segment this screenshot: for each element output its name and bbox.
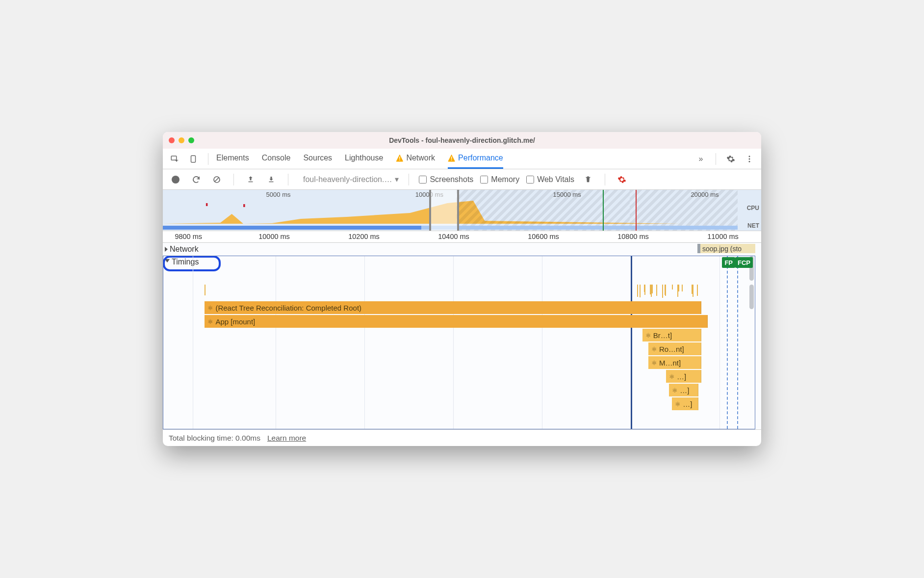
scrollbar[interactable]: [749, 285, 754, 309]
tab-label: Lighthouse: [345, 154, 383, 162]
trash-icon[interactable]: [581, 173, 595, 186]
react-icon: ⚛: [672, 387, 678, 394]
tabs-bar: ElementsConsoleSourcesLighthouseNetworkP…: [163, 149, 761, 169]
devtools-window: DevTools - foul-heavenly-direction.glitc…: [163, 132, 761, 446]
capture-settings-icon[interactable]: [615, 173, 629, 186]
inspect-icon[interactable]: [168, 152, 181, 166]
overview-selection[interactable]: [429, 190, 459, 231]
tab-label: Elements: [216, 154, 249, 162]
chevron-down-icon: ▾: [395, 175, 399, 184]
flame-entry[interactable]: ⚛…]: [669, 384, 698, 396]
react-icon: ⚛: [207, 318, 213, 325]
react-icon: ⚛: [645, 332, 651, 339]
react-icon: ⚛: [675, 400, 681, 408]
divider: [208, 153, 208, 165]
fp-badge[interactable]: FP: [722, 257, 735, 268]
selection-marker[interactable]: [631, 256, 632, 429]
screenshots-checkbox[interactable]: Screenshots: [419, 175, 473, 184]
flame-chart-area[interactable]: Network soop.jpg (sto Timings ⚛(React Tr…: [163, 243, 761, 429]
flame-entry[interactable]: ⚛Br…t]: [642, 329, 702, 342]
ruler-tick: 10400 ms: [438, 233, 469, 240]
flame-entry[interactable]: ⚛App [mount]: [205, 315, 707, 328]
time-ruler[interactable]: 9800 ms10000 ms10200 ms10400 ms10600 ms1…: [163, 231, 761, 243]
flame-entry[interactable]: ⚛(React Tree Reconciliation: Completed R…: [205, 301, 701, 314]
tab-label: Console: [262, 154, 291, 162]
panel-tabs: ElementsConsoleSourcesLighthouseNetworkP…: [216, 149, 689, 169]
tab-elements[interactable]: Elements: [216, 149, 249, 169]
fcp-badge[interactable]: FCP: [735, 257, 753, 268]
titlebar: DevTools - foul-heavenly-direction.glitc…: [163, 132, 761, 149]
screenshots-label: Screenshots: [430, 175, 473, 184]
timing-tick: [692, 285, 693, 294]
timings-track-body[interactable]: ⚛(React Tree Reconciliation: Completed R…: [163, 256, 755, 429]
react-icon: ⚛: [651, 345, 657, 353]
ruler-tick: 11000 ms: [707, 233, 739, 240]
profile-dropdown-label: foul-heavenly-direction.…: [303, 175, 392, 184]
more-tabs-icon[interactable]: »: [694, 152, 708, 166]
flame-entry[interactable]: ⚛M…nt]: [648, 356, 702, 369]
memory-label: Memory: [491, 175, 519, 184]
ruler-tick: 10600 ms: [528, 233, 559, 240]
reload-icon[interactable]: [189, 173, 203, 186]
flame-entry[interactable]: ⚛…]: [672, 397, 698, 410]
profile-dropdown[interactable]: foul-heavenly-direction.… ▾: [298, 175, 399, 184]
grid-line: [542, 256, 542, 429]
perf-toolbar: foul-heavenly-direction.… ▾ Screenshots …: [163, 169, 761, 190]
flame-entry[interactable]: ⚛Ro…nt]: [648, 342, 702, 355]
tab-console[interactable]: Console: [262, 149, 291, 169]
timing-tick: [662, 285, 663, 298]
svg-rect-10: [243, 204, 245, 207]
tab-performance[interactable]: Performance: [448, 149, 503, 169]
tab-lighthouse[interactable]: Lighthouse: [345, 149, 383, 169]
cpu-label: CPU: [747, 205, 759, 211]
gear-icon[interactable]: [724, 152, 738, 166]
overview-tick: 5000 ms: [266, 191, 291, 198]
timing-tick: [693, 285, 693, 297]
overview-timeline[interactable]: 5000 ms10000 ms15000 ms20000 ms CPU NET: [163, 190, 761, 231]
tab-sources[interactable]: Sources: [303, 149, 332, 169]
upload-icon[interactable]: [244, 173, 257, 186]
caret-right-icon: [165, 247, 168, 252]
timing-tick: [637, 285, 638, 297]
grid-line: [276, 256, 276, 429]
svg-rect-6: [249, 181, 253, 182]
timing-tick: [652, 285, 653, 293]
ruler-tick: 10800 ms: [617, 233, 649, 240]
timing-tick: [677, 285, 678, 297]
divider: [288, 174, 288, 185]
ruler-tick: 9800 ms: [175, 233, 202, 240]
timing-tick: [672, 285, 673, 289]
timing-tick: [651, 285, 652, 297]
memory-checkbox[interactable]: Memory: [480, 175, 519, 184]
network-track-header[interactable]: Network: [165, 245, 199, 254]
svg-rect-7: [269, 181, 274, 182]
tab-label: Sources: [303, 154, 332, 162]
download-icon[interactable]: [264, 173, 278, 186]
tab-network[interactable]: Network: [396, 149, 435, 169]
network-request-item[interactable]: soop.jpg (sto: [697, 244, 755, 253]
kebab-icon[interactable]: [743, 152, 756, 166]
react-icon: ⚛: [669, 373, 675, 380]
divider: [409, 174, 409, 185]
device-toggle-icon[interactable]: [186, 152, 200, 166]
grid-line: [453, 256, 454, 429]
net-label: NET: [747, 222, 759, 229]
timing-marker: [737, 256, 738, 429]
warning-icon: [396, 155, 403, 162]
react-icon: ⚛: [651, 359, 657, 367]
learn-more-link[interactable]: Learn more: [267, 434, 306, 443]
timing-marker: [727, 256, 728, 429]
tab-label: Network: [406, 154, 435, 162]
record-button[interactable]: [169, 173, 182, 186]
timing-tick: [656, 285, 657, 296]
ruler-tick: 10000 ms: [258, 233, 290, 240]
timing-tick: [665, 285, 666, 295]
react-icon: ⚛: [207, 304, 213, 312]
svg-rect-9: [206, 203, 208, 206]
webvitals-checkbox[interactable]: Web Vitals: [526, 175, 574, 184]
grid-line: [364, 256, 365, 429]
flame-entry[interactable]: ⚛…]: [666, 370, 701, 383]
clear-icon[interactable]: [210, 173, 224, 186]
network-track-label: Network: [170, 245, 199, 254]
svg-point-3: [749, 158, 750, 159]
